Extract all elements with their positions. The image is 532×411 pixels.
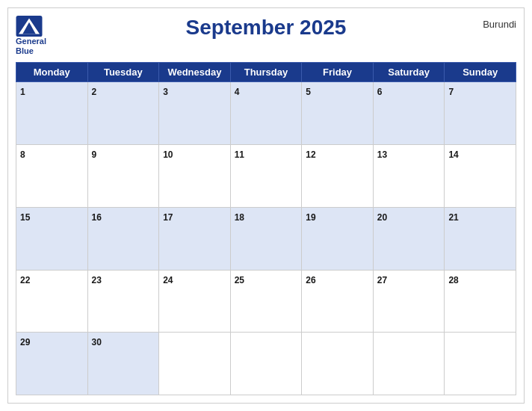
logo-area: General Blue xyxy=(16,16,46,56)
day-number: 20 xyxy=(377,212,387,223)
calendar-cell: 19 xyxy=(302,207,374,270)
day-number: 30 xyxy=(92,337,102,347)
calendar-cell xyxy=(445,333,516,395)
calendar-cell: 12 xyxy=(302,145,374,208)
calendar-cell: 17 xyxy=(159,207,231,270)
day-number: 21 xyxy=(448,212,458,223)
calendar-cell: 3 xyxy=(159,82,231,145)
calendar-cell xyxy=(230,333,302,395)
calendar-cell: 4 xyxy=(230,82,302,145)
day-number: 14 xyxy=(448,149,458,160)
weekday-header-sunday: Sunday xyxy=(445,63,516,82)
general-blue-logo-icon xyxy=(16,16,43,37)
calendar-header: General Blue September 2025 Burundi xyxy=(16,16,516,56)
day-number: 28 xyxy=(448,275,458,285)
calendar-cell: 20 xyxy=(373,207,445,270)
calendar-wrapper: General Blue September 2025 Burundi Mond… xyxy=(7,7,525,404)
calendar-cell: 15 xyxy=(16,207,88,270)
calendar-cell: 11 xyxy=(230,145,302,208)
logo-text-blue: Blue xyxy=(16,46,34,56)
day-number: 23 xyxy=(92,275,102,285)
calendar-cell: 5 xyxy=(302,82,374,145)
day-number: 1 xyxy=(20,87,25,97)
calendar-cell xyxy=(373,333,445,395)
weekday-header-saturday: Saturday xyxy=(373,63,445,82)
day-number: 13 xyxy=(377,149,387,160)
day-number: 12 xyxy=(306,149,315,160)
calendar-cell: 10 xyxy=(159,145,231,208)
calendar-cell: 18 xyxy=(230,207,302,270)
day-number: 22 xyxy=(20,275,30,285)
calendar-cell: 1 xyxy=(16,82,88,145)
calendar-cell: 16 xyxy=(87,207,159,270)
day-number: 19 xyxy=(306,212,315,223)
day-number: 9 xyxy=(92,149,97,160)
calendar-table: MondayTuesdayWednesdayThursdayFridaySatu… xyxy=(16,62,516,395)
calendar-cell: 8 xyxy=(16,145,88,208)
calendar-cell xyxy=(159,333,231,395)
calendar-cell: 21 xyxy=(445,207,516,270)
calendar-cell: 2 xyxy=(87,82,159,145)
calendar-cell: 24 xyxy=(159,270,231,333)
calendar-cell: 25 xyxy=(230,270,302,333)
day-number: 10 xyxy=(163,149,173,160)
weekday-header-row: MondayTuesdayWednesdayThursdayFridaySatu… xyxy=(16,63,516,82)
logo-text-general: General xyxy=(16,37,46,46)
day-number: 24 xyxy=(163,275,173,285)
calendar-cell: 14 xyxy=(445,145,516,208)
calendar-cell: 13 xyxy=(373,145,445,208)
calendar-cell: 9 xyxy=(87,145,159,208)
weekday-header-tuesday: Tuesday xyxy=(87,63,159,82)
week-row-5: 2930 xyxy=(16,333,516,395)
week-row-4: 22232425262728 xyxy=(16,270,516,333)
day-number: 7 xyxy=(448,87,454,97)
week-row-2: 891011121314 xyxy=(16,145,516,208)
weekday-header-thursday: Thursday xyxy=(230,63,302,82)
day-number: 25 xyxy=(235,275,244,285)
day-number: 15 xyxy=(20,212,30,223)
day-number: 29 xyxy=(20,337,30,347)
day-number: 2 xyxy=(92,87,97,97)
day-number: 26 xyxy=(306,275,315,285)
day-number: 18 xyxy=(235,212,244,223)
weekday-header-friday: Friday xyxy=(302,63,374,82)
day-number: 8 xyxy=(20,149,25,160)
calendar-cell: 28 xyxy=(445,270,516,333)
calendar-cell: 30 xyxy=(87,333,159,395)
day-number: 5 xyxy=(306,87,311,97)
week-row-3: 15161718192021 xyxy=(16,207,516,270)
calendar-title: September 2025 xyxy=(186,16,347,40)
day-number: 16 xyxy=(92,212,102,223)
calendar-cell: 23 xyxy=(87,270,159,333)
day-number: 11 xyxy=(235,149,244,160)
weekday-header-monday: Monday xyxy=(16,63,88,82)
day-number: 3 xyxy=(163,87,168,97)
day-number: 6 xyxy=(377,87,383,97)
week-row-1: 1234567 xyxy=(16,82,516,145)
calendar-cell: 7 xyxy=(445,82,516,145)
day-number: 4 xyxy=(235,87,240,97)
calendar-cell: 6 xyxy=(373,82,445,145)
day-number: 17 xyxy=(163,212,173,223)
calendar-cell: 26 xyxy=(302,270,374,333)
day-number: 27 xyxy=(377,275,387,285)
calendar-cell xyxy=(302,333,374,395)
weekday-header-wednesday: Wednesday xyxy=(159,63,231,82)
calendar-cell: 27 xyxy=(373,270,445,333)
calendar-cell: 29 xyxy=(16,333,88,395)
country-label: Burundi xyxy=(483,19,516,30)
calendar-cell: 22 xyxy=(16,270,88,333)
